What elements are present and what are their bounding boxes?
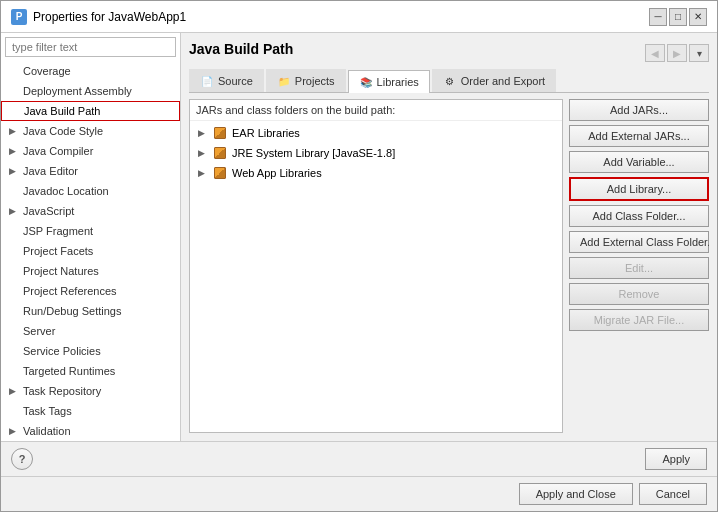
expand-icon: ▶ <box>9 386 19 396</box>
tab-icon-order-export: ⚙ <box>443 74 457 88</box>
tab-label-projects: Projects <box>295 75 335 87</box>
tree-container: Coverage Deployment Assembly Java Build … <box>1 61 180 441</box>
sidebar-item-label: Javadoc Location <box>23 185 109 197</box>
tab-source[interactable]: 📄 Source <box>189 69 264 92</box>
library-icon <box>214 147 226 159</box>
title-bar: P Properties for JavaWebApp1 ─ □ ✕ <box>1 1 717 33</box>
migrate-jar-button: Migrate JAR File... <box>569 309 709 331</box>
sidebar-item-label: Project References <box>23 285 117 297</box>
sidebar-item-deployment-assembly[interactable]: Deployment Assembly <box>1 81 180 101</box>
sidebar-item-server[interactable]: Server <box>1 321 180 341</box>
dialog-title: Properties for JavaWebApp1 <box>33 10 186 24</box>
left-panel: Coverage Deployment Assembly Java Build … <box>1 33 181 441</box>
tab-icon-projects: 📁 <box>277 74 291 88</box>
title-buttons: ─ □ ✕ <box>649 8 707 26</box>
sidebar-item-label: JSP Fragment <box>23 225 93 237</box>
sidebar-item-label: Server <box>23 325 55 337</box>
libraries-list-area: JARs and class folders on the build path… <box>189 99 563 433</box>
apply-button[interactable]: Apply <box>645 448 707 470</box>
sidebar-item-java-compiler[interactable]: ▶ Java Compiler <box>1 141 180 161</box>
sidebar-item-label: Java Build Path <box>24 105 100 117</box>
list-description: JARs and class folders on the build path… <box>190 100 562 121</box>
expand-icon: ▶ <box>9 426 19 436</box>
add-external-class-folder-button[interactable]: Add External Class Folder... <box>569 231 709 253</box>
add-class-folder-button[interactable]: Add Class Folder... <box>569 205 709 227</box>
help-button[interactable]: ? <box>11 448 33 470</box>
forward-button[interactable]: ▶ <box>667 44 687 62</box>
expand-icon: ▶ <box>9 146 19 156</box>
bottom-bar-secondary: Apply and Close Cancel <box>1 476 717 511</box>
sidebar-item-jsp-fragment[interactable]: JSP Fragment <box>1 221 180 241</box>
back-button[interactable]: ◀ <box>645 44 665 62</box>
tab-label-order-export: Order and Export <box>461 75 545 87</box>
tab-libraries[interactable]: 📚 Libraries <box>348 70 430 93</box>
libraries-list: ▶ EAR Libraries ▶ JRE System Library [Ja… <box>190 121 562 432</box>
sidebar-item-service-policies[interactable]: Service Policies <box>1 341 180 361</box>
lib-expand-icon: ▶ <box>198 148 208 158</box>
sidebar-item-run-debug-settings[interactable]: Run/Debug Settings <box>1 301 180 321</box>
expand-icon: ▶ <box>9 166 19 176</box>
remove-button: Remove <box>569 283 709 305</box>
dialog-icon: P <box>11 9 27 25</box>
add-external-jars-button[interactable]: Add External JARs... <box>569 125 709 147</box>
add-library-button[interactable]: Add Library... <box>569 177 709 201</box>
sidebar-item-project-references[interactable]: Project References <box>1 281 180 301</box>
sidebar-item-label: Task Tags <box>23 405 72 417</box>
library-label: JRE System Library [JavaSE-1.8] <box>232 147 395 159</box>
sidebar-item-label: Java Code Style <box>23 125 103 137</box>
sidebar-item-label: Java Compiler <box>23 145 93 157</box>
list-item-ear-libraries[interactable]: ▶ EAR Libraries <box>190 123 562 143</box>
close-button[interactable]: ✕ <box>689 8 707 26</box>
sidebar-item-project-natures[interactable]: Project Natures <box>1 261 180 281</box>
tab-bar: 📄 Source 📁 Projects 📚 Libraries ⚙ Order … <box>189 69 709 93</box>
apply-close-button[interactable]: Apply and Close <box>519 483 633 505</box>
maximize-button[interactable]: □ <box>669 8 687 26</box>
list-item-web-app-libraries[interactable]: ▶ Web App Libraries <box>190 163 562 183</box>
add-jars-button[interactable]: Add JARs... <box>569 99 709 121</box>
sidebar-item-label: Validation <box>23 425 71 437</box>
add-variable-button[interactable]: Add Variable... <box>569 151 709 173</box>
top-nav: Java Build Path ◀ ▶ ▾ <box>189 41 709 65</box>
sidebar-item-java-editor[interactable]: ▶ Java Editor <box>1 161 180 181</box>
title-bar-left: P Properties for JavaWebApp1 <box>11 9 186 25</box>
sidebar-item-label: Service Policies <box>23 345 101 357</box>
sidebar-item-task-tags[interactable]: Task Tags <box>1 401 180 421</box>
list-item-jre-system-library[interactable]: ▶ JRE System Library [JavaSE-1.8] <box>190 143 562 163</box>
tab-order-export[interactable]: ⚙ Order and Export <box>432 69 556 92</box>
lib-expand-icon: ▶ <box>198 128 208 138</box>
tab-projects[interactable]: 📁 Projects <box>266 69 346 92</box>
library-icon <box>214 127 226 139</box>
sidebar-item-task-repository[interactable]: ▶ Task Repository <box>1 381 180 401</box>
sidebar-item-label: Run/Debug Settings <box>23 305 121 317</box>
sidebar-item-javascript[interactable]: ▶ JavaScript <box>1 201 180 221</box>
sidebar-item-label: Java Editor <box>23 165 78 177</box>
sidebar-item-validation[interactable]: ▶ Validation <box>1 421 180 441</box>
edit-button: Edit... <box>569 257 709 279</box>
tab-label-libraries: Libraries <box>377 76 419 88</box>
nav-buttons: ◀ ▶ ▾ <box>645 44 709 62</box>
sidebar-item-java-code-style[interactable]: ▶ Java Code Style <box>1 121 180 141</box>
tab-label-source: Source <box>218 75 253 87</box>
sidebar-item-project-facets[interactable]: Project Facets <box>1 241 180 261</box>
cancel-button[interactable]: Cancel <box>639 483 707 505</box>
minimize-button[interactable]: ─ <box>649 8 667 26</box>
expand-icon: ▶ <box>9 126 19 136</box>
tab-icon-libraries: 📚 <box>359 75 373 89</box>
sidebar-item-label: JavaScript <box>23 205 74 217</box>
content-area: JARs and class folders on the build path… <box>189 99 709 433</box>
dropdown-button[interactable]: ▾ <box>689 44 709 62</box>
sidebar-item-coverage[interactable]: Coverage <box>1 61 180 81</box>
sidebar-item-label: Project Facets <box>23 245 93 257</box>
sidebar-item-label: Targeted Runtimes <box>23 365 115 377</box>
sidebar-item-label: Deployment Assembly <box>23 85 132 97</box>
sidebar-item-label: Project Natures <box>23 265 99 277</box>
library-label: EAR Libraries <box>232 127 300 139</box>
sidebar-item-targeted-runtimes[interactable]: Targeted Runtimes <box>1 361 180 381</box>
sidebar-item-java-build-path[interactable]: Java Build Path <box>1 101 180 121</box>
lib-expand-icon: ▶ <box>198 168 208 178</box>
action-buttons-area: Add JARs...Add External JARs...Add Varia… <box>569 99 709 433</box>
filter-input[interactable] <box>5 37 176 57</box>
right-panel: Java Build Path ◀ ▶ ▾ 📄 Source 📁 Project… <box>181 33 717 441</box>
library-icon <box>214 167 226 179</box>
sidebar-item-javadoc-location[interactable]: Javadoc Location <box>1 181 180 201</box>
